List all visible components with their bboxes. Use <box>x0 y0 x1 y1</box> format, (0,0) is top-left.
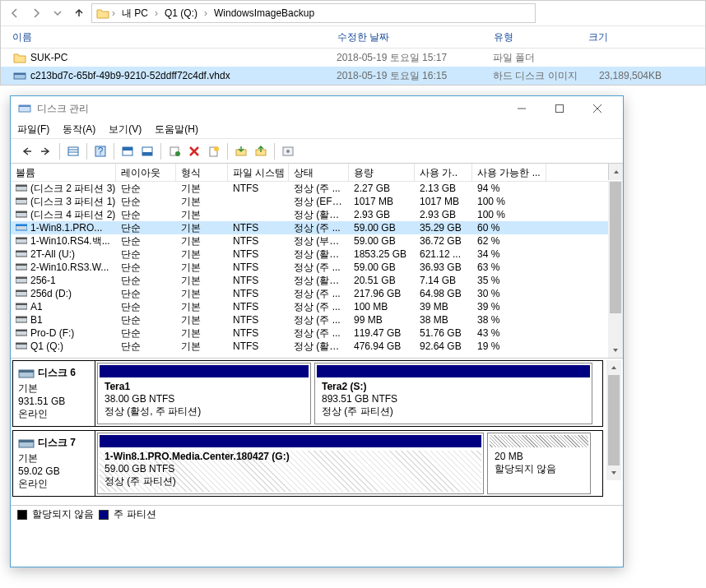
scroll-down-icon[interactable] <box>606 465 621 480</box>
menu-help[interactable]: 도움말(H) <box>155 123 198 137</box>
disk-icon: 디스크 6 <box>18 366 90 380</box>
th-status[interactable]: 상태 <box>289 164 349 181</box>
nav-up-icon[interactable] <box>70 4 88 22</box>
maximize-button[interactable] <box>541 96 578 121</box>
explorer-window: › 내 PC › Q1 (Q:) › WindowsImageBackup 이름… <box>0 0 706 86</box>
volume-row[interactable]: 256-1단순기본NTFS정상 (활성...20.51 GB7.14 GB35 … <box>11 274 623 287</box>
partition[interactable]: Tera2 (S:)893.51 GB NTFS정상 (주 파티션) <box>314 363 592 424</box>
file-row[interactable]: c213bd7c-65bf-49b9-9210-52ddff72c4df.vhd… <box>1 67 705 85</box>
crumb-2[interactable]: Q1 (Q:) <box>160 7 202 19</box>
volume-row[interactable]: 1-Win8.1.PRO...단순기본NTFS정상 (주 ...59.00 GB… <box>11 221 623 234</box>
volume-row[interactable]: 2T-All (U:)단순기본NTFS정상 (활성...1853.25 GB62… <box>11 248 623 261</box>
scroll-up-icon[interactable] <box>608 164 623 180</box>
disk-status: 온라인 <box>18 407 90 421</box>
volume-status: 정상 (주 ... <box>289 287 349 301</box>
scroll-up-icon[interactable] <box>606 360 621 375</box>
breadcrumb[interactable]: › 내 PC › Q1 (Q:) › WindowsImageBackup <box>91 3 536 23</box>
new-button[interactable] <box>205 142 223 160</box>
nav-recent-icon[interactable] <box>49 4 67 22</box>
crumb-1[interactable]: 내 PC <box>117 7 153 21</box>
volume-capacity: 59.00 GB <box>349 222 415 234</box>
col-name[interactable]: 이름 <box>12 30 337 44</box>
scrollbar-thumb[interactable] <box>608 375 620 465</box>
nav-forward-button[interactable] <box>37 142 55 160</box>
volume-fs: NTFS <box>228 183 289 194</box>
volume-status: 정상 (활성... <box>289 208 349 222</box>
title-bar[interactable]: 디스크 관리 <box>11 96 623 121</box>
volume-icon <box>16 341 27 351</box>
minimize-button[interactable] <box>503 96 541 121</box>
help-button[interactable]: ? <box>91 142 109 160</box>
volume-row[interactable]: 1-Win10.RS4.백...단순기본NTFS정상 (부팅...59.00 G… <box>11 234 623 248</box>
svg-rect-38 <box>16 251 27 252</box>
volume-status: 정상 (활성... <box>289 248 349 262</box>
volume-row[interactable]: B1단순기본NTFS정상 (주 ...99 MB38 MB38 % <box>11 313 623 326</box>
volume-layout: 단순 <box>116 287 176 301</box>
nav-back-icon[interactable] <box>6 4 24 22</box>
volume-icon <box>16 328 27 338</box>
crumb-3[interactable]: WindowsImageBackup <box>209 7 319 19</box>
svg-rect-54 <box>19 370 34 373</box>
volume-row[interactable]: (디스크 4 파티션 2)단순기본정상 (활성...2.93 GB2.93 GB… <box>11 208 623 221</box>
menu-view[interactable]: 보기(V) <box>109 123 142 137</box>
file-row[interactable]: SUK-PC2018-05-19 토요일 15:17파일 폴더 <box>1 49 705 67</box>
view-bottom-button[interactable] <box>138 142 156 160</box>
nav-back-button[interactable] <box>17 142 35 160</box>
attach-vhd-button[interactable] <box>232 142 250 160</box>
menu-action[interactable]: 동작(A) <box>63 123 95 137</box>
scroll-down-icon[interactable] <box>608 343 623 358</box>
volume-free: 35.29 GB <box>415 222 472 234</box>
view-list-button[interactable] <box>64 142 82 160</box>
volume-row[interactable]: 256d (D:)단순기본NTFS정상 (주 ...217.96 GB64.98… <box>11 287 623 300</box>
nav-forward-icon[interactable] <box>27 4 45 22</box>
volume-row[interactable]: A1단순기본NTFS정상 (주 ...100 MB39 MB39 % <box>11 300 623 313</box>
volume-percent: 34 % <box>472 248 546 260</box>
th-filesystem[interactable]: 파일 시스템 <box>228 164 289 181</box>
volume-row[interactable]: (디스크 2 파티션 3)단순기본NTFS정상 (주 ...2.27 GB2.1… <box>11 182 623 195</box>
volume-percent: 100 % <box>472 196 546 207</box>
volume-name: (디스크 3 파티션 1) <box>30 195 115 209</box>
disk-diagram: 디스크 6기본931.51 GB온라인Tera138.00 GB NTFS정상 … <box>11 359 623 502</box>
volume-row[interactable]: 2-Win10.RS3.W...단순기본NTFS정상 (주 ...59.00 G… <box>11 261 623 274</box>
close-button[interactable] <box>578 96 616 121</box>
volume-capacity: 1017 MB <box>349 196 415 207</box>
th-volume[interactable]: 볼륨 <box>11 164 116 181</box>
detach-vhd-button[interactable] <box>252 142 270 160</box>
partition[interactable]: Tera138.00 GB NTFS정상 (활성, 주 파티션) <box>97 363 311 424</box>
volume-row[interactable]: Pro-D (F:)단순기본NTFS정상 (주 ...119.47 GB51.7… <box>11 326 623 340</box>
svg-rect-30 <box>16 198 27 200</box>
diagram-scrollbar[interactable] <box>606 360 621 480</box>
volume-capacity: 59.00 GB <box>349 235 415 247</box>
delete-button[interactable] <box>185 142 203 160</box>
col-type[interactable]: 유형 <box>494 30 588 44</box>
disk-management-icon <box>17 101 32 116</box>
volume-free: 64.98 GB <box>415 288 472 299</box>
th-percent[interactable]: 사용 가능한 ... <box>472 164 546 181</box>
vertical-scrollbar[interactable] <box>608 182 623 358</box>
scrollbar-thumb[interactable] <box>610 182 621 313</box>
properties-button[interactable] <box>165 142 183 160</box>
volume-percent: 100 % <box>472 209 546 220</box>
th-layout[interactable]: 레이아웃 <box>116 164 176 181</box>
th-capacity[interactable]: 용량 <box>349 164 415 181</box>
volume-table-header: 볼륨 레이아웃 형식 파일 시스템 상태 용량 사용 가.. 사용 가능한 ..… <box>11 164 623 182</box>
partition[interactable]: 1-Win8.1.PRO.Media.Center.180427 (G:)59.… <box>97 433 484 494</box>
explorer-column-header: 이름 수정한 날짜 유형 크기 <box>1 25 705 49</box>
view-top-button[interactable] <box>118 142 137 160</box>
volume-percent: 19 % <box>472 340 546 352</box>
volume-free: 36.72 GB <box>415 235 472 247</box>
th-free[interactable]: 사용 가.. <box>415 164 472 181</box>
volume-row[interactable]: (디스크 3 파티션 1)단순기본정상 (EFI ...1017 MB1017 … <box>11 195 623 208</box>
volume-layout: 단순 <box>116 248 176 262</box>
partition[interactable]: 20 MB할당되지 않음 <box>487 433 591 494</box>
volume-fs: NTFS <box>228 275 289 286</box>
volume-status: 정상 (주 ... <box>289 221 349 235</box>
col-size[interactable]: 크기 <box>588 30 654 44</box>
menu-file[interactable]: 파일(F) <box>17 123 49 137</box>
volume-row[interactable]: Q1 (Q:)단순기본NTFS정상 (활성...476.94 GB92.64 G… <box>11 340 623 353</box>
th-type[interactable]: 형식 <box>176 164 228 181</box>
volume-icon <box>16 262 27 272</box>
action-button[interactable] <box>279 142 297 160</box>
col-date[interactable]: 수정한 날짜 <box>337 30 494 44</box>
folder-icon <box>12 52 27 63</box>
